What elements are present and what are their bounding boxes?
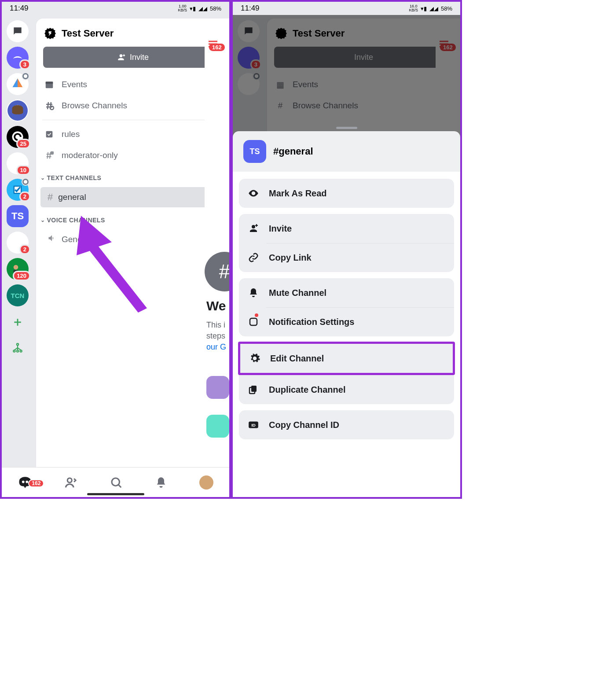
rules-channel[interactable]: rules <box>36 124 229 145</box>
svg-point-17 <box>67 478 72 482</box>
events-row[interactable]: Events <box>36 74 229 95</box>
server-title[interactable]: Test Server <box>62 28 209 39</box>
svg-point-6 <box>17 343 18 345</box>
speaker-icon <box>48 234 56 245</box>
browse-channels-row[interactable]: Browse Channels <box>36 95 229 116</box>
server-item[interactable]: 25 <box>7 126 29 148</box>
server-item[interactable]: 2 <box>7 232 29 254</box>
rules-icon <box>44 129 55 140</box>
server-item[interactable]: 3 <box>7 47 29 69</box>
svg-rect-14 <box>51 152 54 155</box>
status-bar: 11:49 16.0KB/S ▾▮◢◢ 58% <box>233 2 460 15</box>
person-add-icon <box>248 223 259 234</box>
copy-link-option[interactable]: Copy Link <box>239 243 454 272</box>
id-icon: ID <box>248 419 259 431</box>
svg-point-18 <box>112 478 120 486</box>
svg-text:ID: ID <box>251 423 256 427</box>
invite-button[interactable]: Invite <box>43 47 222 68</box>
screenshot-right: 11:49 16.0KB/S ▾▮◢◢ 58% 3 Test Server ••… <box>231 0 462 499</box>
svg-point-8 <box>17 350 18 352</box>
voice-channels-category[interactable]: ⌄ VOICE CHANNELS + <box>36 208 229 228</box>
chevron-down-icon: ⌄ <box>40 175 45 181</box>
bell-icon <box>248 287 259 298</box>
muted-icon <box>22 178 29 186</box>
svg-point-15 <box>22 480 25 483</box>
moderator-channel[interactable]: moderator-only <box>36 145 229 166</box>
mark-as-read-option[interactable]: Mark As Read <box>239 179 454 208</box>
person-add-icon <box>117 53 125 62</box>
nav-profile[interactable] <box>199 475 213 490</box>
muted-icon <box>22 72 29 80</box>
link-icon <box>248 252 259 263</box>
add-server-button[interactable]: ＋ <box>7 311 29 333</box>
notification-settings-option[interactable]: Notification Settings <box>239 307 454 336</box>
battery-percent: 58% <box>210 5 221 12</box>
status-time: 11:49 <box>241 4 260 13</box>
server-rail: 3 25 10 2 TS <box>2 15 33 497</box>
browse-icon <box>44 100 55 111</box>
server-item[interactable]: 10 <box>7 152 29 174</box>
edit-channel-option[interactable]: Edit Channel <box>240 344 453 373</box>
svg-point-7 <box>13 350 15 352</box>
server-item[interactable]: TCN <box>7 284 29 306</box>
eye-icon <box>248 188 259 199</box>
wifi-icon: ▾▮ <box>190 5 196 12</box>
server-item[interactable]: 2 <box>7 179 29 201</box>
calendar-icon <box>44 79 55 90</box>
notification-icon <box>248 316 259 328</box>
channel-list-panel: Test Server ••• Invite Events Browse Cha… <box>36 18 229 497</box>
nav-notifications[interactable] <box>155 476 167 489</box>
svg-rect-19 <box>250 318 257 325</box>
sheet-handle[interactable] <box>336 127 357 129</box>
nav-search[interactable] <box>110 476 123 489</box>
copy-channel-id-option[interactable]: ID Copy Channel ID <box>239 410 454 439</box>
sheet-title: #general <box>273 146 313 157</box>
status-bar: 11:49 1.00KB/S ▾▮ ◢◢ 58% <box>2 2 229 15</box>
server-item-selected[interactable]: TS <box>7 205 29 227</box>
svg-rect-13 <box>46 131 53 138</box>
svg-point-9 <box>20 350 22 352</box>
voice-channel-general[interactable]: General <box>40 229 225 250</box>
edit-channel-highlight: Edit Channel <box>238 342 455 375</box>
server-item[interactable] <box>7 99 29 122</box>
channel-actions-sheet: TS #general Mark As Read Invite Copy Lin… <box>233 131 460 497</box>
text-channels-category[interactable]: ⌄ TEXT CHANNELS + <box>36 166 229 186</box>
svg-point-12 <box>50 106 54 110</box>
duplicate-channel-option[interactable]: Duplicate Channel <box>239 375 454 404</box>
server-item[interactable]: 120 <box>7 258 29 280</box>
duplicate-icon <box>248 384 259 395</box>
dm-button[interactable] <box>7 20 29 42</box>
server-avatar: TS <box>243 140 266 163</box>
gear-icon <box>249 353 260 364</box>
chevron-down-icon: ⌄ <box>40 217 45 223</box>
svg-rect-20 <box>251 386 257 392</box>
channel-general[interactable]: # general <box>40 187 225 207</box>
hash-lock-icon <box>44 150 55 161</box>
signal-icon: ◢◢ <box>198 5 207 12</box>
nav-home[interactable]: 162 <box>18 475 33 490</box>
chat-peek: 162 # We This istepsour G <box>205 18 231 467</box>
bottom-nav: 162 <box>2 467 229 497</box>
svg-point-4 <box>14 265 18 270</box>
svg-rect-11 <box>46 82 53 84</box>
server-badge-icon <box>44 27 56 40</box>
screenshot-left: 11:49 1.00KB/S ▾▮ ◢◢ 58% 3 <box>0 0 231 499</box>
home-indicator <box>87 493 144 495</box>
status-time: 11:49 <box>10 4 29 13</box>
invite-option[interactable]: Invite <box>239 214 454 243</box>
hash-icon: # <box>48 192 53 203</box>
server-item[interactable] <box>7 73 29 95</box>
mute-channel-option[interactable]: Mute Channel <box>239 278 454 307</box>
discover-button[interactable] <box>7 337 29 359</box>
nav-friends[interactable] <box>65 476 78 489</box>
